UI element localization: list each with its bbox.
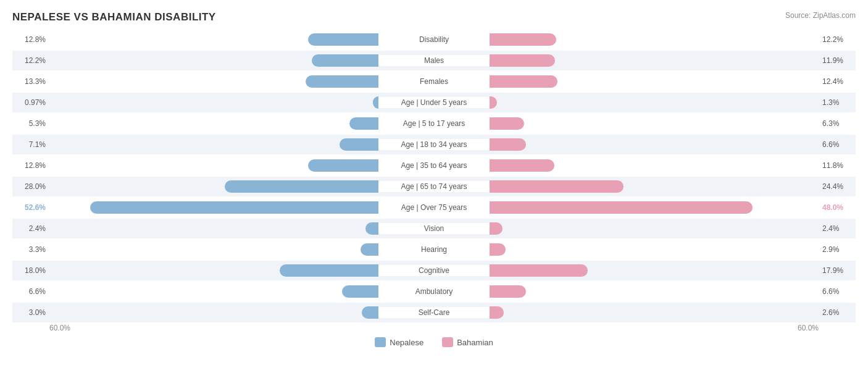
chart-row: 28.0% Age | 65 to 74 years 24.4% [12,177,856,196]
bar-container: 0.97% Age | Under 5 years 1.3% [12,93,856,112]
chart-area: 12.8% Disability 12.2% 12.2% Males [12,30,856,322]
bar-pink [490,138,526,151]
bars-wrapper: Age | 18 to 34 years [49,135,819,154]
bar-container: 28.0% Age | 65 to 74 years 24.4% [12,177,856,196]
bar-container: 6.6% Ambulatory 6.6% [12,282,856,301]
left-bar-area [49,96,378,109]
row-label: Males [378,55,490,66]
row-label: Cognitive [378,265,490,276]
bar-container: 18.0% Cognitive 17.9% [12,261,856,280]
bar-blue [342,285,378,298]
left-value: 2.4% [12,224,49,233]
left-bar-area [49,243,378,256]
right-bar-area [490,306,819,319]
bars-wrapper: Disability [49,30,819,49]
left-bar-area [49,138,378,151]
bar-pink [490,285,526,298]
bar-blue [361,243,378,256]
right-bar-area [490,138,819,151]
nepalese-swatch [375,337,386,347]
bar-container: 12.2% Males 11.9% [12,51,856,70]
bar-blue [312,54,378,67]
row-label: Age | 65 to 74 years [378,181,490,192]
chart-row: 5.3% Age | 5 to 17 years 6.3% [12,114,856,133]
left-value: 3.3% [12,245,49,254]
right-value: 2.9% [819,245,856,254]
bar-blue [362,306,378,319]
bar-pink [490,201,753,214]
chart-row: 0.97% Age | Under 5 years 1.3% [12,93,856,112]
axis-labels: 60.0% 60.0% [12,324,856,332]
left-value: 12.2% [12,56,49,65]
chart-title: NEPALESE VS BAHAMIAN DISABILITY [12,11,856,23]
left-bar-area [49,54,378,67]
right-bar-area [490,96,819,109]
row-label: Females [378,76,490,87]
right-value: 6.6% [819,140,856,149]
right-bar-area [490,33,819,46]
bars-wrapper: Females [49,72,819,91]
chart-row: 3.3% Hearing 2.9% [12,240,856,259]
right-bar-area [490,243,819,256]
bars-wrapper: Cognitive [49,261,819,280]
bar-blue [308,33,378,46]
chart-row: 18.0% Cognitive 17.9% [12,261,856,280]
left-value: 13.3% [12,77,49,86]
row-label: Age | 5 to 17 years [378,118,490,129]
chart-row: 3.0% Self-Care 2.6% [12,303,856,322]
right-bar-area [490,159,819,172]
bar-pink [490,117,524,130]
axis-right: 60.0% [798,324,819,332]
bar-pink [490,243,506,256]
bars-wrapper: Age | 35 to 64 years [49,156,819,175]
bar-container: 3.0% Self-Care 2.6% [12,303,856,322]
right-bar-area [490,75,819,88]
right-value: 48.0% [819,203,856,212]
left-value: 28.0% [12,182,49,191]
bars-wrapper: Age | Over 75 years [49,198,819,217]
chart-row: 12.8% Disability 12.2% [12,30,856,49]
left-bar-area [49,264,378,277]
chart-row: 12.2% Males 11.9% [12,51,856,70]
chart-row: 52.6% Age | Over 75 years 48.0% [12,198,856,217]
row-label: Disability [378,34,490,45]
row-label: Age | 35 to 64 years [378,160,490,171]
bar-pink [490,159,554,172]
legend-bahamian: Bahamian [442,337,493,347]
chart-row: 7.1% Age | 18 to 34 years 6.6% [12,135,856,154]
right-bar-area [490,201,819,214]
right-value: 12.2% [819,35,856,44]
bar-pink [490,180,624,193]
left-bar-area [49,306,378,319]
bar-blue [225,180,378,193]
bars-wrapper: Self-Care [49,303,819,322]
bar-container: 12.8% Age | 35 to 64 years 11.8% [12,156,856,175]
bar-container: 2.4% Vision 2.4% [12,219,856,238]
chart-container: NEPALESE VS BAHAMIAN DISABILITY Source: … [0,0,868,359]
right-value: 17.9% [819,266,856,275]
row-label: Age | Under 5 years [378,97,490,108]
bar-pink [490,306,504,319]
bar-container: 52.6% Age | Over 75 years 48.0% [12,198,856,217]
bars-wrapper: Males [49,51,819,70]
bar-pink [490,33,556,46]
right-bar-area [490,264,819,277]
right-value: 24.4% [819,182,856,191]
nepalese-label: Nepalese [390,338,424,347]
right-value: 2.6% [819,308,856,317]
right-value: 6.6% [819,287,856,296]
right-value: 1.3% [819,98,856,107]
left-bar-area [49,201,378,214]
right-bar-area [490,117,819,130]
left-bar-area [49,159,378,172]
right-value: 2.4% [819,224,856,233]
source-text: Source: ZipAtlas.com [785,11,856,20]
bar-blue [373,96,378,109]
right-bar-area [490,180,819,193]
bar-container: 7.1% Age | 18 to 34 years 6.6% [12,135,856,154]
row-label: Age | 18 to 34 years [378,139,490,150]
bar-blue [349,117,378,130]
left-value: 6.6% [12,287,49,296]
left-value: 12.8% [12,161,49,170]
bar-pink [490,222,503,235]
